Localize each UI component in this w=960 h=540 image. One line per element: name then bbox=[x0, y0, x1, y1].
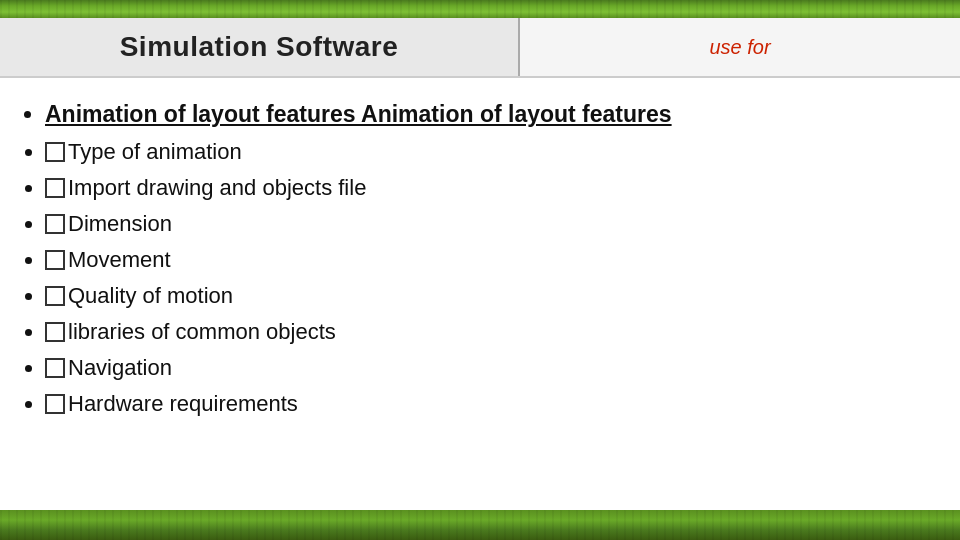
list-item: Navigation bbox=[45, 350, 930, 386]
list-item: Import drawing and objects file bbox=[45, 170, 930, 206]
checkbox-icon bbox=[45, 250, 65, 270]
bullet-list: Animation of layout features Animation o… bbox=[20, 96, 930, 422]
header-title-cell: Simulation Software bbox=[0, 18, 520, 76]
checkbox-icon bbox=[45, 178, 65, 198]
checkbox-icon bbox=[45, 286, 65, 306]
page-title: Simulation Software bbox=[120, 31, 399, 63]
list-item: Type of animation bbox=[45, 134, 930, 170]
use-for-label: use for bbox=[709, 36, 770, 59]
checkbox-icon bbox=[45, 142, 65, 162]
header-row: Simulation Software use for bbox=[0, 18, 960, 78]
header-use-cell: use for bbox=[520, 18, 960, 76]
checkbox-icon bbox=[45, 322, 65, 342]
checkbox-icon bbox=[45, 358, 65, 378]
checkbox-icon bbox=[45, 394, 65, 414]
list-item: Quality of motion bbox=[45, 278, 930, 314]
grass-top-decoration bbox=[0, 0, 960, 18]
list-item-heading: Animation of layout features Animation o… bbox=[45, 96, 930, 134]
list-item: Movement bbox=[45, 242, 930, 278]
checkbox-icon bbox=[45, 214, 65, 234]
main-content: Animation of layout features Animation o… bbox=[0, 78, 960, 442]
list-item: Hardware requirements bbox=[45, 386, 930, 422]
list-item: Dimension bbox=[45, 206, 930, 242]
grass-bottom-decoration bbox=[0, 510, 960, 540]
list-item: libraries of common objects bbox=[45, 314, 930, 350]
